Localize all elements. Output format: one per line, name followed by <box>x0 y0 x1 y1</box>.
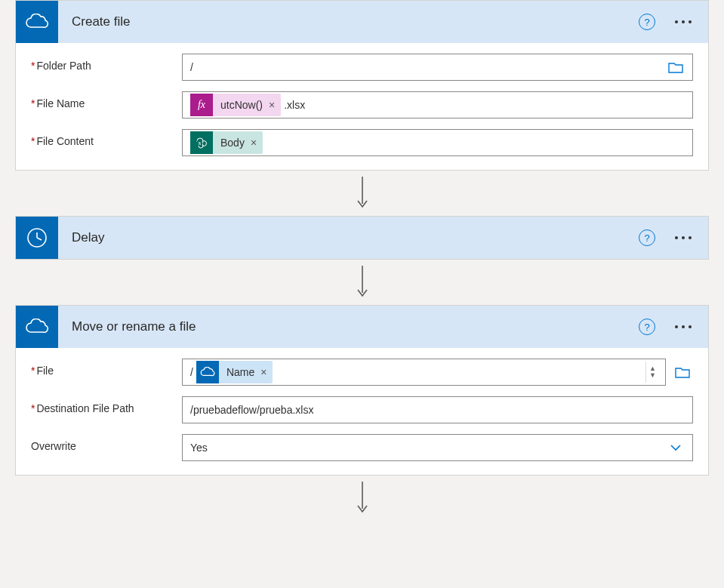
token-remove-icon[interactable]: × <box>260 366 273 378</box>
clock-icon <box>16 217 58 259</box>
overwrite-select[interactable]: Yes <box>182 434 693 461</box>
field-destination-path: Destination File Path /pruebadeflow/prue… <box>31 396 693 423</box>
number-stepper[interactable]: ▲ ▼ <box>645 362 659 383</box>
destination-path-input[interactable]: /pruebadeflow/prueba.xlsx <box>182 396 693 423</box>
input-suffix: .xlsx <box>284 99 305 111</box>
field-label: File Name <box>31 91 182 109</box>
action-move-rename: Move or rename a file ? File / <box>15 305 709 476</box>
help-icon[interactable]: ? <box>639 319 655 335</box>
sharepoint-icon: S <box>190 131 213 154</box>
onedrive-icon <box>16 306 58 348</box>
field-folder-path: Folder Path / <box>31 54 693 81</box>
help-icon[interactable]: ? <box>639 14 655 30</box>
select-value: Yes <box>190 442 208 454</box>
action-header[interactable]: Create file ? <box>16 1 708 43</box>
dynamic-content-token[interactable]: S Body × <box>190 131 263 154</box>
more-menu-button[interactable] <box>670 232 696 244</box>
token-label: Body <box>213 137 251 149</box>
chevron-down-icon: ▼ <box>649 373 656 378</box>
field-label: Destination File Path <box>31 396 182 414</box>
action-title: Create file <box>58 14 639 29</box>
folder-picker-icon[interactable] <box>665 58 686 76</box>
action-delay: Delay ? <box>15 216 709 260</box>
flow-arrow <box>15 476 709 521</box>
chevron-up-icon: ▲ <box>649 366 656 371</box>
input-prefix: / <box>190 366 193 378</box>
file-content-input[interactable]: S Body × <box>182 129 693 156</box>
folder-picker-icon[interactable] <box>672 363 693 381</box>
fx-icon: fx <box>190 94 213 116</box>
field-label: Overwrite <box>31 434 182 452</box>
more-menu-button[interactable] <box>670 321 696 333</box>
onedrive-token-icon <box>196 361 219 383</box>
chevron-down-icon <box>665 439 686 457</box>
token-label: utcNow() <box>213 99 269 111</box>
file-name-input[interactable]: fx utcNow() × .xlsx <box>182 91 693 119</box>
expression-token[interactable]: fx utcNow() × <box>190 94 281 116</box>
field-label: File Content <box>31 129 182 147</box>
field-file-content: File Content S <box>31 129 693 156</box>
input-value: / <box>190 61 193 73</box>
onedrive-icon <box>16 1 58 43</box>
token-remove-icon[interactable]: × <box>269 99 281 111</box>
more-menu-button[interactable] <box>670 16 696 28</box>
field-file: File / Name × <box>31 359 693 386</box>
action-create-file: Create file ? Folder Path / <box>15 0 709 171</box>
action-header[interactable]: Delay ? <box>16 217 708 259</box>
action-body: File / Name × <box>16 348 708 475</box>
field-file-name: File Name fx utcNow() × .xlsx <box>31 91 693 119</box>
field-overwrite: Overwrite Yes <box>31 434 693 461</box>
flow-arrow <box>15 260 709 305</box>
token-remove-icon[interactable]: × <box>251 137 263 149</box>
token-label: Name <box>219 366 260 378</box>
field-label: Folder Path <box>31 54 182 72</box>
flow-arrow <box>15 171 709 216</box>
help-icon[interactable]: ? <box>639 229 655 246</box>
dynamic-content-token[interactable]: Name × <box>196 361 273 383</box>
action-header[interactable]: Move or rename a file ? <box>16 306 708 348</box>
folder-path-input[interactable]: / <box>182 54 693 81</box>
svg-line-8 <box>37 238 42 240</box>
action-title: Delay <box>58 230 639 245</box>
action-body: Folder Path / Fi <box>16 43 708 170</box>
input-value: /pruebadeflow/prueba.xlsx <box>190 404 313 416</box>
action-title: Move or rename a file <box>58 319 639 334</box>
field-label: File <box>31 359 182 377</box>
file-input[interactable]: / Name × ▲ <box>182 359 666 386</box>
